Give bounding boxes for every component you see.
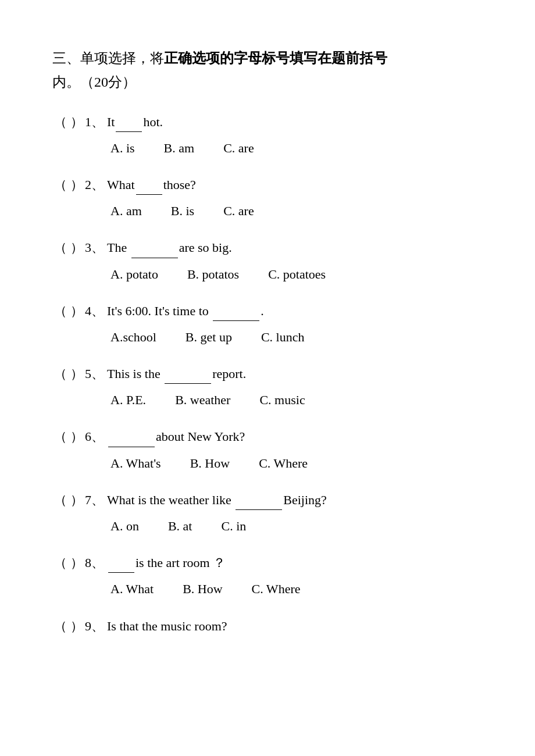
option-2b: B. is bbox=[171, 201, 194, 221]
option-1c: C. are bbox=[223, 138, 254, 158]
question-number-7: 7、 bbox=[85, 490, 107, 510]
question-row-9: （ ） 9、 Is that the music room? bbox=[52, 616, 483, 636]
answer-paren-close-1: ） bbox=[69, 112, 85, 132]
options-row-7: A. on B. at C. in bbox=[52, 516, 483, 536]
option-8a: A. What bbox=[110, 579, 154, 599]
option-5c: C. music bbox=[259, 390, 305, 410]
question-row-6: （ ） 6、 about New York? bbox=[52, 426, 483, 447]
option-2a: A. am bbox=[110, 201, 142, 221]
question-number-3: 3、 bbox=[85, 237, 107, 258]
answer-paren-close-9: ） bbox=[69, 616, 85, 636]
question-number-1: 1、 bbox=[85, 112, 107, 132]
option-4b: B. get up bbox=[186, 327, 232, 347]
question-text-6: about New York? bbox=[107, 426, 483, 447]
option-8b: B. How bbox=[183, 579, 222, 599]
option-6b: B. How bbox=[190, 453, 230, 473]
question-row-8: （ ） 8、 is the art room ？ bbox=[52, 552, 483, 573]
question-text-5: This is the report. bbox=[107, 363, 483, 384]
question-number-6: 6、 bbox=[85, 426, 107, 447]
question-row-7: （ ） 7、 What is the weather like Beijing? bbox=[52, 490, 483, 510]
question-number-5: 5、 bbox=[85, 363, 107, 384]
option-1a: A. is bbox=[110, 138, 135, 158]
options-row-3: A. potato B. potatos C. potatoes bbox=[52, 264, 483, 284]
options-row-4: A.school B. get up C. lunch bbox=[52, 327, 483, 347]
option-3c: C. potatoes bbox=[268, 264, 326, 284]
option-6a: A. What's bbox=[110, 453, 161, 473]
section-title: 三、单项选择，将正确选项的字母标号填写在题前括号 内。（20分） bbox=[52, 47, 483, 94]
answer-paren-7: （ bbox=[52, 490, 69, 510]
question-row-1: （ ） 1、 Ithot. bbox=[52, 112, 483, 132]
answer-paren-1: （ bbox=[52, 112, 69, 132]
answer-paren-close-8: ） bbox=[69, 552, 85, 573]
answer-paren-close-4: ） bbox=[69, 301, 85, 321]
option-3a: A. potato bbox=[110, 264, 158, 284]
answer-paren-2: （ bbox=[52, 174, 69, 195]
question-text-4: It's 6:00. It's time to . bbox=[107, 301, 483, 321]
option-4c: C. lunch bbox=[261, 327, 305, 347]
question-row-5: （ ） 5、 This is the report. bbox=[52, 363, 483, 384]
question-text-7: What is the weather like Beijing? bbox=[107, 490, 483, 510]
question-text-1: Ithot. bbox=[107, 112, 483, 132]
question-block-4: （ ） 4、 It's 6:00. It's time to . A.schoo… bbox=[52, 301, 483, 347]
option-4a: A.school bbox=[110, 327, 156, 347]
answer-paren-8: （ bbox=[52, 552, 69, 573]
answer-paren-close-2: ） bbox=[69, 174, 85, 195]
option-5b: B. weather bbox=[175, 390, 230, 410]
question-text-9: Is that the music room? bbox=[107, 616, 483, 636]
option-7b: B. at bbox=[168, 516, 192, 536]
option-8c: C. Where bbox=[252, 579, 301, 599]
options-row-8: A. What B. How C. Where bbox=[52, 579, 483, 599]
question-block-9: （ ） 9、 Is that the music room? bbox=[52, 616, 483, 636]
option-1b: B. am bbox=[164, 138, 195, 158]
question-row-2: （ ） 2、 Whatthose? bbox=[52, 174, 483, 195]
questions-container: （ ） 1、 Ithot. A. is B. am C. are （ ） 2、 … bbox=[52, 112, 483, 636]
question-row-3: （ ） 3、 The are so big. bbox=[52, 237, 483, 258]
question-block-6: （ ） 6、 about New York? A. What's B. How … bbox=[52, 426, 483, 473]
title-text-after: 内。（20分） bbox=[52, 74, 136, 90]
question-block-2: （ ） 2、 Whatthose? A. am B. is C. are bbox=[52, 174, 483, 221]
question-number-4: 4、 bbox=[85, 301, 107, 321]
option-6c: C. Where bbox=[259, 453, 308, 473]
option-3b: B. potatos bbox=[187, 264, 239, 284]
question-row-4: （ ） 4、 It's 6:00. It's time to . bbox=[52, 301, 483, 321]
question-block-3: （ ） 3、 The are so big. A. potato B. pota… bbox=[52, 237, 483, 284]
question-number-2: 2、 bbox=[85, 174, 107, 195]
question-block-1: （ ） 1、 Ithot. A. is B. am C. are bbox=[52, 112, 483, 158]
question-number-8: 8、 bbox=[85, 552, 107, 573]
options-row-1: A. is B. am C. are bbox=[52, 138, 483, 158]
answer-paren-5: （ bbox=[52, 363, 69, 384]
question-block-7: （ ） 7、 What is the weather like Beijing?… bbox=[52, 490, 483, 536]
answer-paren-4: （ bbox=[52, 301, 69, 321]
options-row-6: A. What's B. How C. Where bbox=[52, 453, 483, 473]
question-text-8: is the art room ？ bbox=[107, 552, 483, 573]
answer-paren-9: （ bbox=[52, 616, 69, 636]
question-text-2: Whatthose? bbox=[107, 174, 483, 195]
option-5a: A. P.E. bbox=[110, 390, 146, 410]
answer-paren-6: （ bbox=[52, 426, 69, 447]
title-text-bold: 正确选项的字母标号填写在题前括号 bbox=[164, 51, 387, 66]
option-7a: A. on bbox=[110, 516, 139, 536]
question-block-8: （ ） 8、 is the art room ？ A. What B. How … bbox=[52, 552, 483, 599]
option-7c: C. in bbox=[221, 516, 246, 536]
answer-paren-close-5: ） bbox=[69, 363, 85, 384]
answer-paren-close-6: ） bbox=[69, 426, 85, 447]
question-block-5: （ ） 5、 This is the report. A. P.E. B. we… bbox=[52, 363, 483, 410]
answer-paren-3: （ bbox=[52, 237, 69, 258]
question-text-3: The are so big. bbox=[107, 237, 483, 258]
question-number-9: 9、 bbox=[85, 616, 107, 636]
options-row-2: A. am B. is C. are bbox=[52, 201, 483, 221]
option-2c: C. are bbox=[223, 201, 254, 221]
answer-paren-close-7: ） bbox=[69, 490, 85, 510]
answer-paren-close-3: ） bbox=[69, 237, 85, 258]
title-text-before: 三、单项选择，将 bbox=[52, 51, 164, 66]
options-row-5: A. P.E. B. weather C. music bbox=[52, 390, 483, 410]
